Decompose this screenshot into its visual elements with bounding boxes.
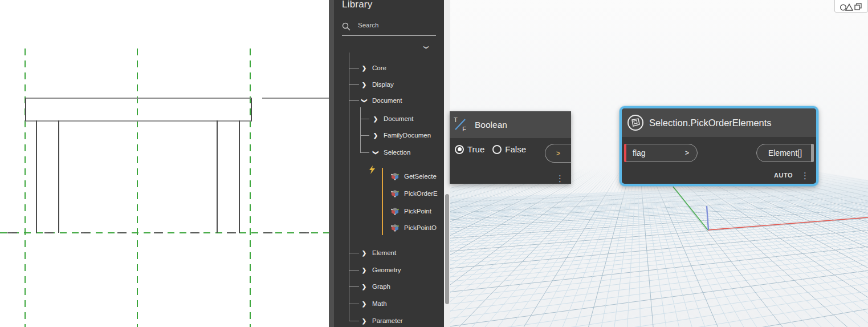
sidebar-item-label: Geometry bbox=[372, 267, 401, 273]
input-port-flag[interactable]: flag > bbox=[624, 144, 698, 162]
table-leg-line bbox=[36, 120, 37, 233]
node-menu-kebab-icon[interactable]: ⋮ bbox=[801, 173, 809, 177]
node-menu-kebab-icon[interactable]: ⋮ bbox=[556, 176, 564, 180]
library-title: Library bbox=[342, 0, 372, 10]
pickorder-node-header[interactable]: Selection.PickOrderElements bbox=[622, 108, 816, 137]
sidebar-item-familydocument[interactable]: ❯ FamilyDocumen bbox=[373, 130, 431, 140]
tree-connector bbox=[349, 253, 359, 253]
sidebar-item-label: Document bbox=[372, 97, 402, 104]
chevron-right-icon: ❯ bbox=[361, 301, 367, 307]
sidebar-item-label: Element bbox=[372, 249, 396, 256]
search-icon bbox=[342, 22, 351, 31]
tree-connector bbox=[349, 53, 349, 321]
sidebar-item-selection[interactable]: ❯ Selection bbox=[373, 147, 410, 158]
sidebar-item-label: Display bbox=[372, 81, 394, 88]
node-item-pickpoint[interactable]: PickPoint bbox=[391, 206, 431, 216]
tree-connector bbox=[349, 68, 359, 68]
table-leg-line bbox=[239, 120, 240, 233]
level-line-dashes bbox=[0, 232, 329, 233]
geometry-shapes-icon bbox=[840, 2, 863, 12]
sidebar-item-label: Document bbox=[384, 115, 413, 122]
node-title: Boolean bbox=[475, 120, 507, 130]
sidebar-item-parameter[interactable]: ❯ Parameter bbox=[361, 316, 403, 326]
search-underline bbox=[342, 35, 436, 36]
chevron-right-icon: ❯ bbox=[361, 267, 367, 273]
sidebar-item-math[interactable]: ❯ Math bbox=[361, 298, 387, 309]
node-item-getselectedelement[interactable]: GetSelecte bbox=[391, 171, 437, 181]
tabletop-right-segment bbox=[262, 98, 329, 99]
sidebar-item-display[interactable]: ❯ Display bbox=[361, 79, 394, 90]
search-input[interactable] bbox=[357, 21, 435, 29]
chevron-down-icon: ❯ bbox=[423, 45, 429, 50]
sidebar-item-graph[interactable]: ❯ Graph bbox=[361, 281, 390, 292]
geometry-preview-toggle-button[interactable] bbox=[834, 0, 868, 13]
tree-connector bbox=[349, 321, 359, 321]
tree-connector bbox=[349, 84, 359, 85]
action-lightning-icon bbox=[369, 165, 376, 174]
tree-connector bbox=[360, 107, 361, 152]
port-label: Element[] bbox=[768, 148, 802, 158]
sidebar-item-document-sub[interactable]: ❯ Document bbox=[373, 114, 413, 124]
boolean-node-header[interactable]: T F Boolean bbox=[450, 111, 571, 138]
port-chevron-icon: > bbox=[556, 150, 560, 158]
node-package-icon bbox=[391, 207, 399, 215]
chevron-right-icon: ❯ bbox=[361, 82, 367, 88]
app-window: Library ❯ ❯ Core bbox=[0, 0, 868, 327]
sidebar-item-document[interactable]: ❯ Document bbox=[361, 95, 402, 106]
table-leg-line bbox=[217, 120, 218, 233]
tree-connector bbox=[349, 286, 359, 287]
reference-plane-line bbox=[25, 49, 26, 327]
z-axis-line bbox=[707, 206, 708, 230]
sidebar-item-core[interactable]: ❯ Core bbox=[361, 63, 386, 73]
chevron-right-icon: ❯ bbox=[361, 318, 367, 324]
chevron-down-icon: ❯ bbox=[361, 98, 368, 103]
chevron-down-icon: ❯ bbox=[373, 150, 379, 155]
node-item-pickorderelements[interactable]: PickOrderE bbox=[391, 188, 438, 199]
tree-connector bbox=[349, 304, 359, 304]
sidebar-item-label: Graph bbox=[372, 283, 390, 290]
chevron-right-icon: ❯ bbox=[373, 132, 378, 139]
library-scrollbar-thumb[interactable] bbox=[445, 194, 449, 304]
node-package-icon bbox=[391, 172, 399, 180]
radio-true-label: True bbox=[467, 144, 484, 154]
category-accent-bar bbox=[382, 168, 383, 235]
tree-connector bbox=[349, 270, 359, 271]
reference-plane-line bbox=[250, 49, 251, 327]
boolean-node[interactable]: T F Boolean True False > ⋮ bbox=[450, 111, 571, 184]
x-axis-line bbox=[708, 217, 868, 230]
boolean-radio-group: True False bbox=[455, 144, 531, 154]
sidebar-item-label: Math bbox=[372, 300, 387, 307]
output-port-element[interactable]: Element[] bbox=[756, 144, 814, 162]
y-axis-line bbox=[673, 187, 708, 230]
node-title: Selection.PickOrderElements bbox=[649, 118, 772, 128]
node-item-pickpointorder[interactable]: PickPointO bbox=[391, 223, 437, 233]
reference-plane-line bbox=[137, 49, 138, 327]
node-item-label: GetSelecte bbox=[404, 173, 437, 180]
boolean-output-port[interactable]: > bbox=[545, 144, 571, 163]
lacing-mode-label[interactable]: AUTO bbox=[774, 172, 793, 179]
revit-elevation-view[interactable] bbox=[0, 0, 329, 327]
sidebar-item-label: Selection bbox=[384, 149, 410, 156]
sidebar-item-geometry[interactable]: ❯ Geometry bbox=[361, 265, 401, 275]
radio-false-label: False bbox=[505, 144, 526, 154]
node-item-label: PickPoint bbox=[404, 208, 431, 215]
sidebar-item-label: Core bbox=[372, 64, 386, 71]
chevron-right-icon: ❯ bbox=[361, 65, 367, 71]
node-package-icon bbox=[391, 189, 399, 197]
table-leg-line bbox=[58, 120, 59, 233]
port-chevron-icon: > bbox=[685, 149, 689, 157]
pickorderelements-node[interactable]: Selection.PickOrderElements flag > Eleme… bbox=[620, 106, 818, 186]
chevron-right-icon: ❯ bbox=[361, 250, 367, 256]
sidebar-item-element[interactable]: ❯ Element bbox=[361, 248, 396, 258]
output-port-marker bbox=[811, 144, 814, 162]
tree-connector bbox=[349, 100, 359, 101]
sidebar-item-label: FamilyDocumen bbox=[384, 132, 431, 139]
node-package-icon bbox=[391, 224, 399, 232]
radio-true[interactable] bbox=[455, 145, 464, 154]
tree-connector bbox=[360, 152, 369, 153]
radio-false[interactable] bbox=[492, 145, 502, 154]
port-label: flag bbox=[633, 148, 685, 158]
tree-connector bbox=[360, 135, 369, 136]
unconnected-port-marker bbox=[624, 144, 626, 162]
tree-connector bbox=[360, 119, 369, 119]
